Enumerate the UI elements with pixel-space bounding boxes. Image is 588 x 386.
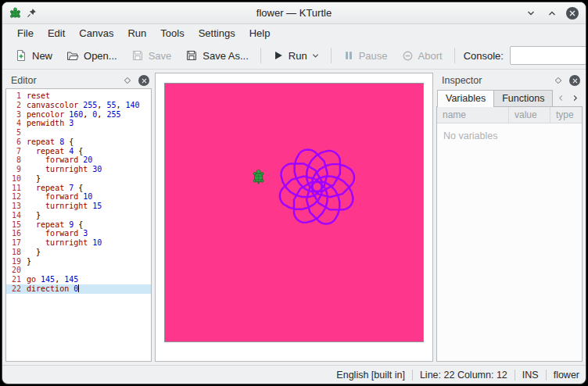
status-separator <box>546 370 547 381</box>
code-line: 11 repeat 7 { <box>6 184 151 193</box>
maximize-button[interactable] <box>545 6 559 20</box>
line-number: 17 <box>6 238 24 248</box>
line-number: 11 <box>6 184 24 193</box>
status-insert-mode[interactable]: INS <box>522 370 539 381</box>
code-line: 15 repeat 9 { <box>6 220 151 230</box>
pause-button[interactable]: Pause <box>337 46 394 66</box>
line-number: 7 <box>6 147 24 156</box>
run-button[interactable]: Run <box>267 46 325 66</box>
menu-help[interactable]: Help <box>242 25 278 41</box>
canvas-panel <box>155 73 433 362</box>
editor-header: Editor <box>5 73 152 88</box>
main-area: Editor 1reset2canvascolor 255, 55, 1403p… <box>2 70 586 365</box>
toolbar-separator <box>260 48 261 63</box>
console-combobox[interactable] <box>510 46 586 65</box>
menu-settings[interactable]: Settings <box>192 25 242 41</box>
editor-code-area[interactable]: 1reset2canvascolor 255, 55, 1403pencolor… <box>5 88 152 362</box>
column-value[interactable]: value <box>509 107 550 123</box>
chevron-up-icon <box>547 9 557 18</box>
menu-file[interactable]: File <box>10 25 41 41</box>
inspector-header: Inspector <box>436 73 583 88</box>
code-line: 7 repeat 4 { <box>6 147 151 156</box>
line-number: 12 <box>6 192 24 202</box>
inspector-title: Inspector <box>442 75 547 86</box>
close-icon <box>142 78 147 84</box>
menu-edit[interactable]: Edit <box>41 25 72 41</box>
save-as-button[interactable]: Save As... <box>179 45 255 66</box>
tab-functions[interactable]: Functions <box>494 90 553 107</box>
tab-scroll-right-button[interactable] <box>568 91 581 104</box>
editor-title: Editor <box>11 75 117 86</box>
line-number: 16 <box>6 229 24 238</box>
code-line: 20 <box>6 266 151 275</box>
pause-icon <box>343 50 354 61</box>
code-line: 18 } <box>6 248 151 257</box>
line-number: 22 <box>6 284 24 294</box>
code-line: 8 forward 20 <box>6 155 151 165</box>
column-name[interactable]: name <box>437 107 509 123</box>
menu-run[interactable]: Run <box>120 25 153 41</box>
statusbar: English [built in] Line: 22 Column: 12 I… <box>2 365 586 384</box>
turtle-canvas <box>164 83 424 342</box>
status-separator <box>514 370 515 381</box>
line-number: 4 <box>6 119 24 128</box>
status-separator <box>412 370 413 381</box>
chevron-left-icon <box>558 95 565 102</box>
window-title: flower — KTurtle <box>2 7 586 19</box>
line-number: 9 <box>6 165 24 174</box>
line-number: 19 <box>6 257 24 266</box>
code-line: 9 turnright 30 <box>6 165 151 174</box>
console-input[interactable] <box>511 50 586 61</box>
toolbar-separator <box>331 48 332 63</box>
close-icon <box>569 10 575 16</box>
kturtle-window: flower — KTurtle <box>2 2 586 384</box>
toolbar: New Open... Save Save As... <box>2 42 586 70</box>
close-icon <box>572 78 578 84</box>
status-language[interactable]: English [built in] <box>336 370 405 381</box>
inspector-close-button[interactable] <box>569 75 580 86</box>
menubar: File Edit Canvas Run Tools Settings Help <box>2 24 586 42</box>
line-number: 8 <box>6 155 24 165</box>
chevron-down-icon <box>526 9 536 18</box>
chevron-down-icon <box>312 52 319 59</box>
code-line: 17 turnright 10 <box>6 238 151 248</box>
editor-float-button[interactable] <box>121 74 134 87</box>
code-line: 1reset <box>6 91 151 101</box>
menu-canvas[interactable]: Canvas <box>72 25 120 41</box>
inspector-float-button[interactable] <box>552 74 565 87</box>
new-document-icon <box>15 49 27 62</box>
code-line: 19} <box>6 257 151 266</box>
inspector-panel: Inspector Variables Functions <box>436 73 583 362</box>
open-button[interactable]: Open... <box>60 45 124 66</box>
code-line: 6repeat 8 { <box>6 138 151 147</box>
status-cursor-position: Line: 22 Column: 12 <box>420 370 507 381</box>
window-titlebar[interactable]: flower — KTurtle <box>2 2 586 24</box>
line-number: 3 <box>6 110 24 120</box>
inspector-empty-text: No variables <box>437 123 582 148</box>
text-cursor <box>78 284 79 292</box>
minimize-button[interactable] <box>524 6 538 20</box>
line-number: 15 <box>6 220 24 230</box>
menu-tools[interactable]: Tools <box>153 25 191 41</box>
save-button[interactable]: Save <box>125 45 178 66</box>
column-type[interactable]: type <box>550 107 582 123</box>
code-line: 21go 145, 145 <box>6 275 151 284</box>
save-icon <box>131 49 144 62</box>
code-line: 2canvascolor 255, 55, 140 <box>6 101 151 110</box>
code-line: 13 turnright 15 <box>6 202 151 211</box>
line-number: 2 <box>6 101 24 110</box>
inspector-tabs: Variables Functions <box>436 88 583 106</box>
tab-variables[interactable]: Variables <box>437 90 494 107</box>
diamond-icon <box>554 77 562 84</box>
tab-scroll-left-button[interactable] <box>554 91 567 104</box>
code-line: 12 forward 10 <box>6 192 151 202</box>
code-line: 22direction 0 <box>6 284 151 294</box>
editor-close-button[interactable] <box>138 75 149 86</box>
app-turtle-icon <box>9 7 21 19</box>
abort-button[interactable]: Abort <box>396 46 449 66</box>
new-button[interactable]: New <box>9 45 59 66</box>
editor-panel: Editor 1reset2canvascolor 255, 55, 1403p… <box>5 73 152 362</box>
pin-icon[interactable] <box>27 8 37 18</box>
close-button[interactable] <box>566 7 579 20</box>
line-number: 14 <box>6 211 24 220</box>
